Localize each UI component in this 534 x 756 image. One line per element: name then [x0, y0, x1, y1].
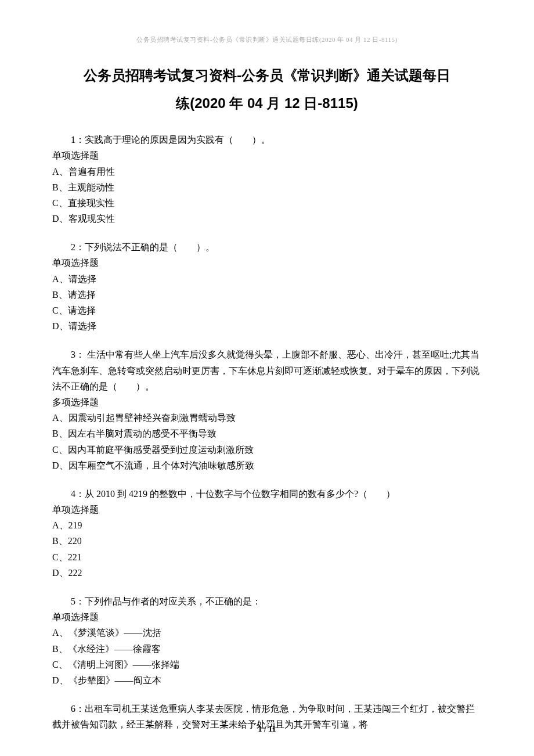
- option-c: C、221: [52, 549, 482, 565]
- option-c: C、请选择: [52, 303, 482, 318]
- question-5: 5：下列作品与作者的对应关系，不正确的是： 单项选择题 A、《梦溪笔谈》——沈括…: [52, 593, 482, 688]
- option-a: A、因震动引起胃壁神经兴奋刺激胃蠕动导致: [52, 410, 482, 426]
- option-a: A、普遍有用性: [52, 164, 482, 179]
- question-text: 5：下列作品与作者的对应关系，不正确的是：: [52, 593, 482, 609]
- document-subtitle: 练(2020 年 04 月 12 日-8115): [52, 92, 482, 114]
- option-b: B、220: [52, 533, 482, 549]
- question-type: 多项选择题: [52, 394, 482, 410]
- option-d: D、客观现实性: [52, 211, 482, 226]
- question-2: 2：下列说法不正确的是（ ）。 单项选择题 A、请选择 B、请选择 C、请选择 …: [52, 239, 482, 334]
- page-footer: 1 / 11: [0, 723, 534, 736]
- option-d: D、《步辇图》——阎立本: [52, 672, 482, 688]
- option-a: A、请选择: [52, 271, 482, 287]
- option-a: A、《梦溪笔谈》——沈括: [52, 625, 482, 640]
- question-type: 单项选择题: [52, 147, 482, 163]
- question-3: 3： 生活中常有些人坐上汽车后没多久就觉得头晕，上腹部不舒服、恶心、出冷汗，甚至…: [52, 347, 482, 473]
- option-b: B、《水经注》——徐霞客: [52, 641, 482, 657]
- document-title: 公务员招聘考试复习资料-公务员《常识判断》通关试题每日: [52, 63, 482, 88]
- option-d: D、因车厢空气不流通，且个体对汽油味敏感所致: [52, 458, 482, 473]
- question-4: 4：从 2010 到 4219 的整数中，十位数字与个位数字相同的数有多少个?（…: [52, 486, 482, 581]
- question-type: 单项选择题: [52, 609, 482, 625]
- question-text: 3： 生活中常有些人坐上汽车后没多久就觉得头晕，上腹部不舒服、恶心、出冷汗，甚至…: [52, 347, 482, 394]
- question-1: 1：实践高于理论的原因是因为实践有（ ）。 单项选择题 A、普遍有用性 B、主观…: [52, 132, 482, 226]
- option-b: B、因左右半脑对震动的感受不平衡导致: [52, 426, 482, 441]
- option-c: C、《清明上河图》——张择端: [52, 657, 482, 672]
- option-c: C、因内耳前庭平衡感受器受到过度运动刺激所致: [52, 442, 482, 458]
- option-b: B、主观能动性: [52, 179, 482, 195]
- question-text: 2：下列说法不正确的是（ ）。: [52, 239, 482, 255]
- question-text: 1：实践高于理论的原因是因为实践有（ ）。: [52, 132, 482, 147]
- option-a: A、219: [52, 517, 482, 533]
- question-type: 单项选择题: [52, 255, 482, 271]
- option-b: B、请选择: [52, 287, 482, 303]
- question-text: 4：从 2010 到 4219 的整数中，十位数字与个位数字相同的数有多少个?（…: [52, 486, 482, 502]
- page-header: 公务员招聘考试复习资料-公务员《常识判断》通关试题每日练(2020 年 04 月…: [52, 35, 482, 45]
- question-type: 单项选择题: [52, 502, 482, 517]
- option-d: D、请选择: [52, 318, 482, 334]
- option-c: C、直接现实性: [52, 195, 482, 211]
- option-d: D、222: [52, 565, 482, 581]
